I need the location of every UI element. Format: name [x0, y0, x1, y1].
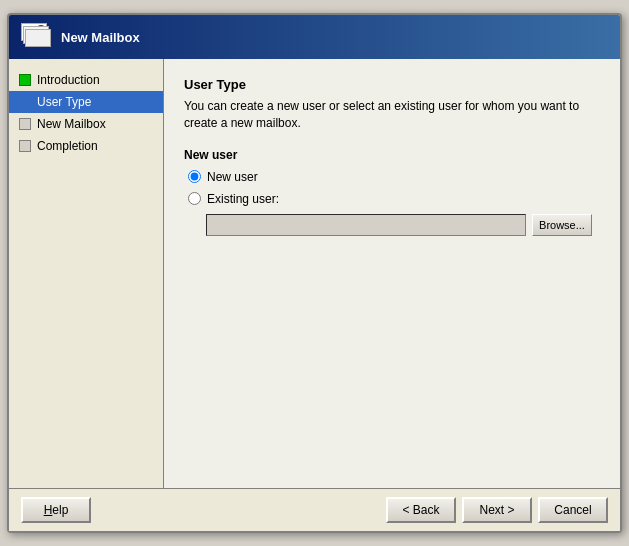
new-user-group-label: New user [184, 148, 600, 162]
mail-layer-3 [25, 29, 51, 47]
browse-button-label: Browse... [539, 219, 585, 231]
sidebar-dot-introduction [19, 74, 31, 86]
sidebar: Introduction User Type New Mailbox Compl… [9, 59, 164, 488]
content-area: Introduction User Type New Mailbox Compl… [9, 59, 620, 488]
left-buttons: Help [21, 497, 91, 523]
sidebar-item-new-mailbox[interactable]: New Mailbox [9, 113, 163, 135]
main-content: User Type You can create a new user or s… [164, 59, 620, 488]
radio-existing-user-label: Existing user: [207, 192, 279, 206]
right-buttons: < Back Next > Cancel [386, 497, 608, 523]
dialog-title: New Mailbox [61, 30, 140, 45]
button-bar: Help < Back Next > Cancel [9, 488, 620, 531]
radio-new-user-option[interactable]: New user [188, 170, 600, 184]
sidebar-label-user-type: User Type [37, 95, 91, 109]
sidebar-item-completion[interactable]: Completion [9, 135, 163, 157]
next-button-label: Next > [479, 503, 514, 517]
cancel-button[interactable]: Cancel [538, 497, 608, 523]
sidebar-item-introduction[interactable]: Introduction [9, 69, 163, 91]
existing-user-row: Browse... [206, 214, 600, 236]
section-title: User Type [184, 77, 600, 92]
dialog-window: New Mailbox Introduction User Type New M… [7, 13, 622, 533]
sidebar-label-new-mailbox: New Mailbox [37, 117, 106, 131]
sidebar-dot-new-mailbox [19, 118, 31, 130]
help-button-label: Help [44, 503, 69, 517]
existing-user-input[interactable] [206, 214, 526, 236]
sidebar-label-completion: Completion [37, 139, 98, 153]
title-bar: New Mailbox [9, 15, 620, 59]
back-button[interactable]: < Back [386, 497, 456, 523]
back-button-label: < Back [402, 503, 439, 517]
next-button[interactable]: Next > [462, 497, 532, 523]
radio-existing-user-option[interactable]: Existing user: [188, 192, 600, 206]
radio-group: New user Existing user: [188, 170, 600, 206]
sidebar-item-user-type[interactable]: User Type [9, 91, 163, 113]
sidebar-label-introduction: Introduction [37, 73, 100, 87]
sidebar-dot-completion [19, 140, 31, 152]
browse-button[interactable]: Browse... [532, 214, 592, 236]
help-button[interactable]: Help [21, 497, 91, 523]
dialog-icon [19, 21, 51, 53]
radio-new-user[interactable] [188, 170, 201, 183]
section-description: You can create a new user or select an e… [184, 98, 600, 132]
sidebar-dot-user-type [19, 96, 31, 108]
cancel-button-label: Cancel [554, 503, 591, 517]
radio-existing-user[interactable] [188, 192, 201, 205]
radio-new-user-label: New user [207, 170, 258, 184]
